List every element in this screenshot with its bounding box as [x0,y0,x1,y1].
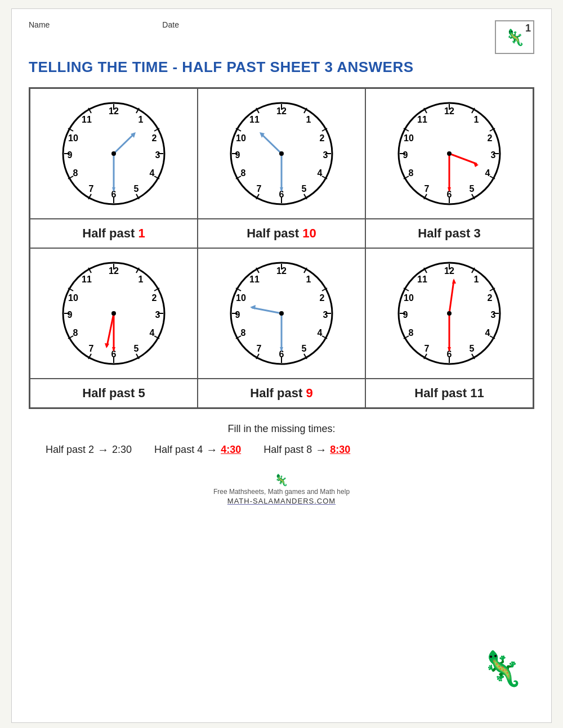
fill-arrow-2: → [206,443,217,456]
svg-point-59 [279,151,284,156]
svg-text:10: 10 [68,293,78,303]
footer-site-name: MATH-SALAMANDERS.COM [227,497,336,505]
fill-text-3: Half past 8 [263,444,312,456]
clocks-grid: 12 1 2 3 4 5 6 7 8 9 10 11 [29,87,534,409]
top-bar: Name Date 🦎 1 [29,20,534,54]
svg-text:8: 8 [73,168,78,178]
footer-logo: 🦎 Free Mathsheets, Math games and Math h… [213,473,350,505]
fill-item-2: Half past 4 → 4:30 [154,443,241,456]
svg-text:10: 10 [236,293,246,303]
svg-point-149 [279,311,284,316]
svg-text:7: 7 [257,184,262,194]
svg-text:3: 3 [155,150,160,160]
svg-text:8: 8 [409,328,414,338]
svg-text:2: 2 [488,293,493,303]
fill-answer-3: 8:30 [330,444,350,456]
svg-text:12: 12 [276,106,287,116]
fill-section: Fill in the missing times: Half past 2 →… [29,423,534,456]
clock-cell-2: 12 1 2 3 4 5 6 7 8 9 10 11 [198,88,365,219]
svg-text:1: 1 [138,115,144,124]
fill-arrow-1: → [97,443,109,456]
svg-text:11: 11 [249,275,260,284]
svg-text:2: 2 [320,293,325,303]
label-text-4: Half past 5 [82,386,145,401]
svg-text:10: 10 [404,293,414,303]
svg-text:9: 9 [403,150,408,160]
svg-text:5: 5 [470,344,475,353]
svg-text:3: 3 [323,150,328,160]
fill-item-1: Half past 2 → 2:30 [46,443,132,456]
svg-text:2: 2 [320,133,325,143]
svg-text:10: 10 [68,133,78,143]
svg-text:8: 8 [241,168,246,178]
svg-text:1: 1 [474,275,479,284]
svg-text:11: 11 [82,275,92,284]
svg-text:2: 2 [152,133,157,143]
label-text-6: Half past 11 [414,386,484,401]
logo-number: 1 [525,23,531,34]
fill-text-1: Half past 2 [46,444,94,456]
svg-text:12: 12 [276,266,287,276]
clock-svg-5: 12 1 2 3 4 5 6 7 8 9 10 11 [225,257,338,370]
page: Name Date 🦎 1 TELLING THE TIME - HALF PA… [11,8,552,723]
svg-text:7: 7 [89,344,94,353]
svg-text:3: 3 [323,310,328,320]
svg-text:5: 5 [302,184,307,194]
clock-svg-3: 12 1 2 3 4 5 6 7 8 9 10 11 [393,97,506,210]
label-text-5: Half past 9 [250,386,312,401]
svg-text:5: 5 [302,344,307,353]
label-text-2: Half past 10 [247,226,316,241]
label-cell-2: Half past 10 [198,219,365,248]
svg-text:8: 8 [241,328,246,338]
svg-text:7: 7 [89,184,94,194]
svg-text:3: 3 [491,150,496,160]
fill-title: Fill in the missing times: [29,423,534,435]
footer-free-text: Free Mathsheets, Math games and Math hel… [213,488,350,496]
date-label: Date [162,20,179,29]
svg-text:8: 8 [73,328,78,338]
svg-text:11: 11 [417,275,427,284]
svg-text:11: 11 [82,115,92,124]
svg-text:1: 1 [138,275,144,284]
svg-text:12: 12 [109,106,119,116]
svg-point-89 [447,151,452,156]
svg-text:9: 9 [68,150,73,160]
clock-svg-6: 12 1 2 3 4 5 6 7 8 9 10 11 [393,257,506,370]
name-date: Name Date [29,20,179,29]
salamander-decoration: 🦎 [481,649,523,689]
fill-text-2: Half past 4 [154,444,203,456]
label-text-1: Half past 1 [82,226,145,241]
svg-text:7: 7 [257,344,262,353]
label-cell-1: Half past 1 [30,219,198,248]
footer: 🦎 Free Mathsheets, Math games and Math h… [29,473,534,505]
clock-svg-1: 12 1 2 3 4 5 6 7 8 9 10 11 [57,97,170,210]
clock-svg-2: 12 1 2 3 4 5 6 7 8 9 10 11 [225,97,338,210]
clock-cell-3: 12 1 2 3 4 5 6 7 8 9 10 11 [365,88,533,219]
svg-text:12: 12 [109,266,119,276]
svg-point-119 [111,311,116,316]
svg-text:4: 4 [485,328,490,338]
logo-icon: 🦎 [505,28,525,47]
label-cell-4: Half past 5 [30,379,198,408]
svg-text:12: 12 [444,266,454,276]
svg-text:11: 11 [249,115,260,124]
clock-cell-6: 12 1 2 3 4 5 6 7 8 9 10 11 [365,248,533,379]
svg-text:4: 4 [150,328,155,338]
label-text-3: Half past 3 [418,226,480,241]
fill-item-3: Half past 8 → 8:30 [263,443,350,456]
clock-cell-4: 12 1 2 3 4 5 6 7 8 9 10 11 [30,248,198,379]
svg-text:7: 7 [425,344,430,353]
svg-text:1: 1 [474,115,479,124]
svg-text:7: 7 [425,184,430,194]
footer-logo-icon: 🦎 [274,473,288,487]
svg-text:12: 12 [444,106,454,116]
svg-text:9: 9 [235,310,240,320]
fill-row: Half past 2 → 2:30 Half past 4 → 4:30 Ha… [29,443,534,456]
fill-answer-1: 2:30 [112,444,132,456]
svg-text:5: 5 [134,344,139,353]
svg-text:1: 1 [306,275,311,284]
fill-arrow-3: → [315,443,327,456]
svg-text:5: 5 [134,184,139,194]
svg-point-179 [447,311,452,316]
svg-text:4: 4 [150,168,155,178]
